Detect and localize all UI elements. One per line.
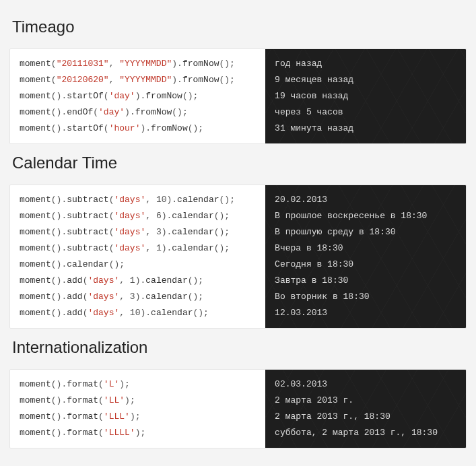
code-token: 'LLL' (104, 411, 130, 422)
code-token: () (51, 123, 62, 133)
code-token: (); (188, 275, 203, 286)
code-token: format (67, 428, 98, 438)
code-token: fromNow (135, 107, 172, 117)
output-line: суббота, 2 марта 2013 г., 18:30 (275, 425, 458, 441)
code-token: 'hour' (109, 123, 141, 133)
code-token: 'LLLL' (104, 428, 135, 438)
code-token: endOf (67, 107, 93, 117)
output-line: Завтра в 18:30 (275, 273, 458, 289)
code-token: "YYYYMMDD" (119, 75, 172, 85)
code-token: 'days' (114, 227, 145, 237)
output-line: 02.03.2013 (275, 376, 458, 393)
output-line: 31 минута назад (275, 121, 458, 137)
code-token: subtract (67, 195, 108, 205)
code-token: moment (20, 379, 51, 389)
code-token: ( (98, 411, 104, 422)
output-line: 2 марта 2013 г., 18:30 (275, 409, 458, 425)
code-token: 'day' (98, 107, 125, 117)
code-line: moment().startOf('day').fromNow(); (20, 88, 257, 104)
code-token: moment (20, 195, 51, 205)
code-line: moment().subtract('days', 6).calendar(); (20, 208, 257, 224)
code-line: moment().endOf('day').fromNow(); (20, 104, 257, 121)
code-line: moment().format('LLLL'); (20, 425, 257, 441)
code-token: ) (125, 107, 130, 117)
code-token: () (51, 227, 62, 237)
code-token: ); (119, 379, 130, 389)
section-title: Internationalization (12, 338, 467, 357)
code-token: . (177, 59, 182, 69)
output-line: Сегодня в 18:30 (275, 257, 458, 273)
output-pane: 02.03.20132 марта 2013 г.2 марта 2013 г.… (265, 370, 466, 448)
code-token: moment (20, 91, 51, 101)
code-token: moment (20, 59, 51, 69)
code-token: (); (214, 243, 230, 253)
code-token: ); (125, 395, 135, 405)
code-token: ( (98, 395, 104, 405)
code-line: moment().subtract('days', 3).calendar(); (20, 224, 257, 240)
code-token: calendar (151, 308, 193, 318)
code-token: 'days' (88, 275, 119, 286)
code-token: , (109, 75, 120, 85)
code-token: ( (98, 379, 104, 389)
code-line: moment().calendar(); (20, 257, 257, 273)
code-token: format (67, 411, 98, 422)
code-token: ( (104, 91, 109, 101)
code-token: 'L' (104, 379, 119, 389)
code-token: moment (20, 275, 51, 286)
code-token: ) (172, 75, 177, 85)
code-pane: moment("20111031", "YYYYMMDD").fromNow()… (10, 49, 265, 143)
code-token: calendar (172, 227, 213, 237)
code-token: moment (20, 395, 51, 405)
output-line: 20.02.2013 (275, 192, 458, 208)
code-token: (); (214, 211, 230, 221)
code-token: format (67, 395, 98, 405)
output-line: 2 марта 2013 г. (275, 393, 458, 409)
code-token: calendar (67, 259, 108, 269)
code-token: add (67, 292, 82, 302)
code-token: "YYYYMMDD" (119, 59, 172, 69)
code-token: moment (20, 308, 51, 318)
code-token: moment (20, 123, 51, 133)
code-line: moment("20120620", "YYYYMMDD").fromNow()… (20, 72, 257, 88)
code-token: 'LL' (104, 395, 125, 405)
code-token: , (109, 59, 120, 69)
code-token: ( (98, 428, 104, 438)
code-token: () (51, 379, 62, 389)
code-token: () (51, 211, 62, 221)
code-token: add (67, 275, 82, 286)
code-token: . (177, 75, 182, 85)
code-token: , 6) (145, 211, 166, 221)
code-token: () (51, 259, 62, 269)
example-block: moment().format('L');moment().format('LL… (9, 369, 467, 448)
code-token: (); (172, 107, 187, 117)
code-token: ); (130, 411, 141, 422)
code-token: (); (214, 227, 230, 237)
code-token: . (145, 308, 151, 318)
code-token: calendar (145, 292, 187, 302)
code-token: . (130, 107, 135, 117)
code-token: ( (51, 59, 57, 69)
code-token: () (51, 195, 62, 205)
section-title: Timeago (12, 18, 467, 36)
code-token: subtract (67, 227, 108, 237)
code-line: moment().format('LLL'); (20, 409, 257, 425)
code-line: moment().add('days', 10).calendar(); (20, 305, 257, 321)
code-token: () (51, 308, 62, 318)
code-token: moment (20, 292, 51, 302)
code-token: startOf (67, 91, 104, 101)
code-token: moment (20, 259, 51, 269)
code-token: , 10) (119, 308, 145, 318)
code-line: moment().subtract('days', 10).calendar()… (20, 192, 257, 208)
code-token: ( (104, 123, 109, 133)
code-token: moment (20, 411, 51, 422)
output-line: Вчера в 18:30 (275, 240, 458, 257)
code-token: fromNow (145, 91, 182, 101)
code-token: ( (93, 107, 98, 117)
code-token: format (67, 379, 98, 389)
code-token: add (67, 308, 82, 318)
code-token: () (51, 275, 62, 286)
code-token: () (51, 395, 62, 405)
code-token: calendar (145, 275, 187, 286)
output-pane: год назад9 месяцев назад19 часов назадче… (265, 49, 466, 143)
output-line: Во вторник в 18:30 (275, 289, 458, 305)
